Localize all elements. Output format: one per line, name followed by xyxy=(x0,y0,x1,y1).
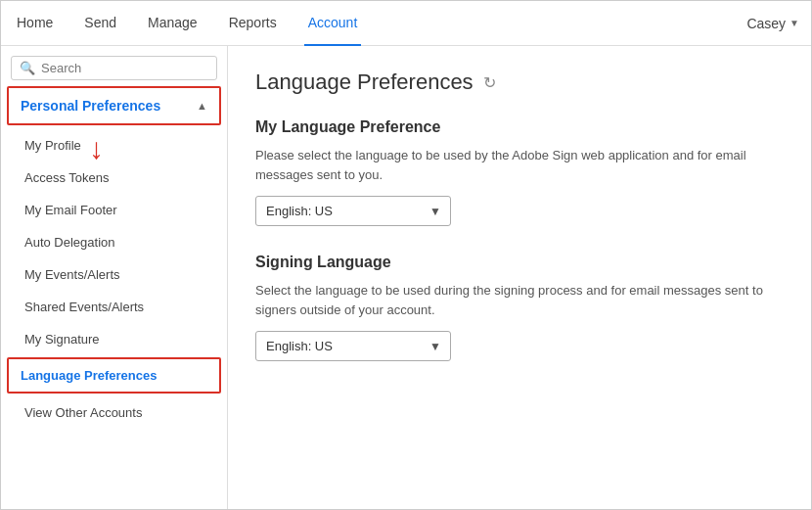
personal-preferences-header[interactable]: Personal Preferences ▲ xyxy=(9,88,219,123)
sidebar-item-my-profile[interactable]: My Profile xyxy=(1,129,227,162)
sidebar-items-list: My Profile Access Tokens My Email Footer… xyxy=(1,129,227,355)
user-chevron-icon: ▼ xyxy=(789,18,799,28)
sidebar-item-view-other-accounts[interactable]: View Other Accounts xyxy=(1,395,227,430)
search-box[interactable]: 🔍 xyxy=(11,56,217,80)
sidebar-item-language-preferences[interactable]: Language Preferences xyxy=(9,359,219,392)
sidebar: 🔍 Personal Preferences ▲ My Profile Acce… xyxy=(1,46,228,510)
my-language-title: My Language Preference xyxy=(255,118,784,136)
nav-send[interactable]: Send xyxy=(80,1,120,46)
sidebar-item-auto-delegation[interactable]: Auto Delegation xyxy=(1,226,227,258)
nav-reports[interactable]: Reports xyxy=(225,1,281,46)
signing-language-desc: Select the language to be used during th… xyxy=(255,281,784,319)
section-chevron-icon: ▲ xyxy=(197,100,207,112)
layout: 🔍 Personal Preferences ▲ My Profile Acce… xyxy=(1,46,811,510)
signing-language-select[interactable]: English: US English: UK French German Sp… xyxy=(255,331,451,361)
signing-language-dropdown-wrapper: English: US English: UK French German Sp… xyxy=(255,331,451,361)
sidebar-item-my-signature[interactable]: My Signature xyxy=(1,323,227,355)
my-language-dropdown-wrapper: English: US English: UK French German Sp… xyxy=(255,196,451,226)
sidebar-item-shared-events[interactable]: Shared Events/Alerts xyxy=(1,291,227,323)
search-input[interactable] xyxy=(41,61,208,75)
refresh-icon[interactable]: ↻ xyxy=(483,73,496,92)
nav-home[interactable]: Home xyxy=(13,1,57,46)
user-menu[interactable]: Casey ▼ xyxy=(746,16,799,31)
language-preferences-active-box: Language Preferences xyxy=(7,357,221,394)
page-title-row: Language Preferences ↻ xyxy=(255,70,784,95)
page-title: Language Preferences xyxy=(255,70,474,95)
personal-preferences-title: Personal Preferences xyxy=(21,98,160,114)
personal-preferences-section: Personal Preferences ▲ xyxy=(7,86,221,125)
signing-language-section: Signing Language Select the language to … xyxy=(255,254,784,389)
sidebar-item-email-footer[interactable]: My Email Footer xyxy=(1,194,227,226)
user-name: Casey xyxy=(746,16,786,31)
my-language-section: My Language Preference Please select the… xyxy=(255,118,784,254)
sidebar-item-access-tokens[interactable]: Access Tokens xyxy=(1,162,227,194)
nav-items: Home Send Manage Reports Account xyxy=(13,1,746,46)
search-icon: 🔍 xyxy=(20,61,35,75)
my-language-select[interactable]: English: US English: UK French German Sp… xyxy=(255,196,451,226)
nav-manage[interactable]: Manage xyxy=(144,1,202,46)
nav-account[interactable]: Account xyxy=(304,1,362,46)
my-language-desc: Please select the language to be used by… xyxy=(255,146,784,184)
sidebar-item-events-alerts[interactable]: My Events/Alerts xyxy=(1,258,227,291)
top-nav: Home Send Manage Reports Account Casey ▼ xyxy=(1,1,811,46)
main-content: Language Preferences ↻ My Language Prefe… xyxy=(228,46,811,510)
signing-language-title: Signing Language xyxy=(255,254,784,271)
